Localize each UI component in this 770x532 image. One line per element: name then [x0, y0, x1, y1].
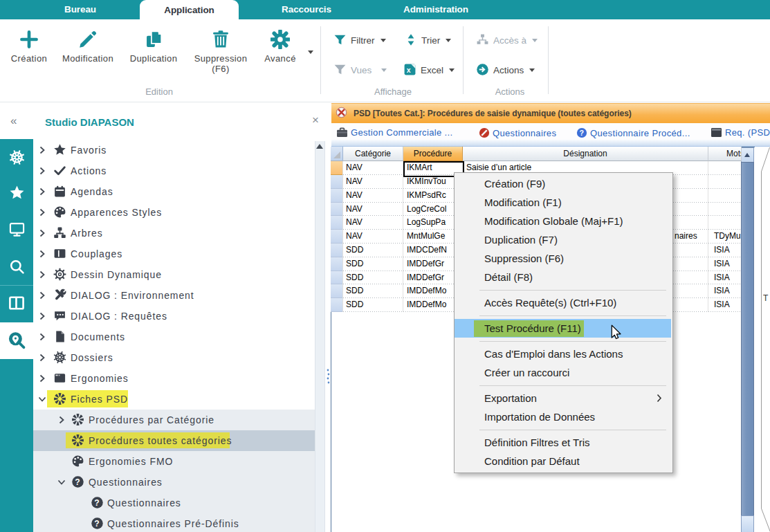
svg-text:?: ?	[580, 129, 585, 137]
svg-text:x: x	[407, 66, 411, 74]
